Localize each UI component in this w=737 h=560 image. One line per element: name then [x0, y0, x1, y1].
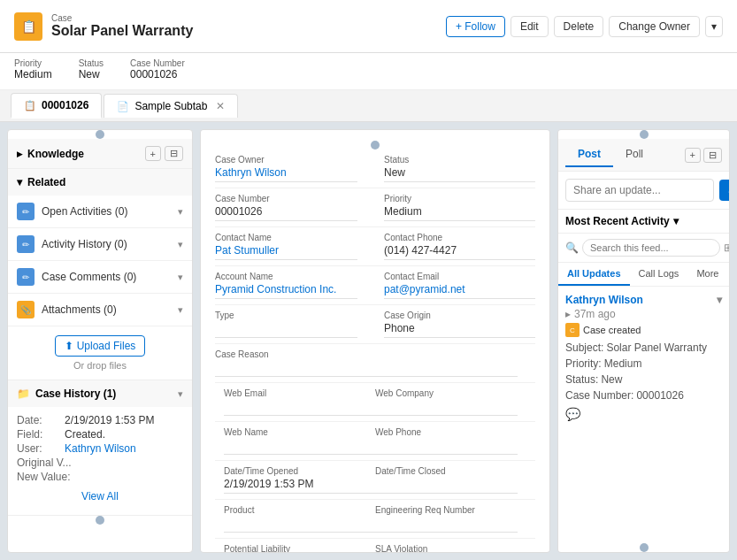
web-phone-label: Web Phone [375, 427, 518, 437]
main-content: ▸ Knowledge + ⊟ ▾ Related ✏ Ope [0, 122, 737, 560]
knowledge-settings-button[interactable]: ⊟ [165, 146, 183, 161]
activity-detail: Subject: Solar Panel Warranty Priority: … [565, 340, 722, 403]
attachments-item[interactable]: 📎 Attachments (0) ▾ [8, 294, 192, 326]
open-activities-item[interactable]: ✏ Open Activities (0) ▾ [8, 196, 192, 228]
comment-icon[interactable]: 💬 [565, 407, 722, 421]
tab-close-icon[interactable]: ✕ [216, 100, 225, 112]
case-origin-label: Case Origin [384, 311, 535, 320]
case-history-title: 📁 Case History (1) [17, 387, 116, 400]
tab-more[interactable]: More [687, 263, 727, 286]
contact-name-field: Contact Name Pat Stumuller [215, 227, 375, 266]
share-area: Share [558, 172, 729, 210]
activity-dropdown-icon[interactable]: ▾ [717, 294, 722, 306]
bottom-resize-handle[interactable] [8, 516, 192, 525]
activity-user: Kathryn Wilson ▾ [565, 294, 722, 306]
tab-post[interactable]: Post [565, 142, 613, 167]
most-recent-activity-label: Most Recent Activity ▾ [565, 215, 679, 227]
related-header[interactable]: ▾ Related [8, 169, 192, 196]
updates-tabs: All Updates Call Logs More [558, 263, 729, 287]
web-company-value [375, 400, 518, 416]
web-phone-field: Web Phone [375, 422, 535, 461]
activity-expand-icon[interactable]: ▸ [565, 308, 571, 320]
case-reason-label: Case Reason [215, 349, 518, 359]
account-name-value[interactable]: Pyramid Construction Inc. [215, 283, 357, 299]
follow-button[interactable]: Follow [446, 16, 505, 37]
web-email-value [224, 400, 375, 416]
right-add-button[interactable]: + [685, 148, 701, 163]
tab-poll[interactable]: Poll [613, 142, 656, 167]
contact-email-value[interactable]: pat@pyramid.net [384, 283, 535, 299]
edit-button[interactable]: Edit [511, 16, 549, 37]
history-new-value-label: New Value: [17, 471, 70, 483]
history-user-row: User: Kathryn Wilson [17, 442, 183, 455]
web-name-field: Web Name [215, 422, 375, 461]
case-number-meta: Case Number 00001026 [130, 58, 185, 81]
change-owner-button[interactable]: Change Owner [609, 16, 700, 37]
right-panel-header: Post Poll + ⊟ [558, 139, 729, 172]
right-settings-button[interactable]: ⊟ [703, 148, 722, 163]
case-reason-field: Case Reason [215, 344, 535, 383]
date-opened-value: 2/19/2019 1:53 PM [224, 478, 375, 494]
activity-search-input[interactable] [582, 239, 720, 257]
activity-history-chevron: ▾ [178, 239, 183, 250]
case-label: Case [51, 13, 193, 23]
history-user-value[interactable]: Kathryn Wilson [65, 442, 136, 455]
page-header: 📋 Case Solar Panel Warranty Follow Edit … [0, 0, 737, 53]
center-top-resize[interactable] [215, 141, 535, 150]
web-company-field: Web Company [375, 383, 535, 422]
activity-history-item[interactable]: ✏ Activity History (0) ▾ [8, 228, 192, 261]
right-bottom-resize[interactable] [558, 543, 729, 552]
knowledge-add-button[interactable]: + [145, 146, 161, 161]
type-value [215, 322, 357, 338]
case-number-field-label: Case Number [215, 194, 357, 203]
activity-time: ▸ 37m ago [565, 308, 722, 320]
drop-text: Or drop files [17, 360, 183, 371]
history-new-value-row: New Value: [17, 471, 183, 483]
case-comments-item[interactable]: ✏ Case Comments (0) ▾ [8, 261, 192, 294]
activity-feed: Kathryn Wilson ▾ ▸ 37m ago C Case create… [558, 287, 729, 543]
engineering-req-value [375, 517, 518, 533]
web-email-field: Web Email [215, 383, 375, 422]
case-reason-value [215, 361, 518, 377]
more-actions-button[interactable]: ▾ [705, 16, 723, 37]
potential-liability-label: Potential Liability [224, 544, 375, 553]
tab-subtab[interactable]: 📄 Sample Subtab ✕ [104, 94, 238, 118]
share-input[interactable] [565, 179, 714, 202]
right-panel: Post Poll + ⊟ Share Most Recent Activity… [557, 129, 730, 553]
case-origin-value: Phone [384, 322, 535, 338]
tab-call-logs[interactable]: Call Logs [630, 263, 688, 286]
delete-button[interactable]: Delete [554, 16, 604, 37]
case-number-field-value: 00001026 [215, 205, 357, 221]
priority-label: Priority [14, 58, 52, 68]
account-name-field: Account Name Pyramid Construction Inc. [215, 266, 375, 305]
tab-all-updates[interactable]: All Updates [558, 263, 630, 286]
activity-chevron-icon: ▾ [673, 215, 679, 227]
priority-meta: Priority Medium [14, 58, 52, 81]
header-title-group: Case Solar Panel Warranty [51, 13, 193, 39]
activity-search-row: 🔍 ⊞ ↻ [558, 234, 729, 263]
priority-field-label: Priority [384, 194, 535, 203]
tab-main[interactable]: 📋 00001026 [11, 93, 102, 119]
case-owner-value[interactable]: Kathryn Wilson [215, 166, 357, 182]
right-panel-action-buttons: + ⊟ [685, 148, 722, 163]
web-name-label: Web Name [224, 427, 375, 437]
upload-files-button[interactable]: ⬆ Upload Files [55, 335, 146, 357]
contact-name-value[interactable]: Pat Stumuller [215, 244, 357, 260]
filter-icon[interactable]: ⊞ [724, 242, 730, 254]
tab-main-icon: 📋 [24, 100, 36, 111]
case-history-header[interactable]: 📁 Case History (1) ▾ [8, 380, 192, 407]
share-button[interactable]: Share [719, 180, 730, 201]
case-history-icon: 📁 [17, 387, 30, 400]
top-resize-handle[interactable] [8, 130, 192, 139]
priority-field-value: Medium [384, 205, 535, 221]
engineering-req-label: Engineering Req Number [375, 505, 518, 515]
type-field: Type [215, 305, 375, 344]
right-top-resize[interactable] [558, 130, 729, 139]
case-comments-icon: ✏ [17, 268, 35, 286]
case-history-body: Date: 2/19/2019 1:53 PM Field: Created. … [8, 407, 192, 515]
priority-field: Priority Medium [375, 188, 535, 227]
view-all-button[interactable]: View All [17, 485, 183, 508]
status-value: New [79, 68, 104, 81]
knowledge-header[interactable]: ▸ Knowledge + ⊟ [8, 139, 192, 168]
case-number-label: Case Number [130, 58, 185, 68]
